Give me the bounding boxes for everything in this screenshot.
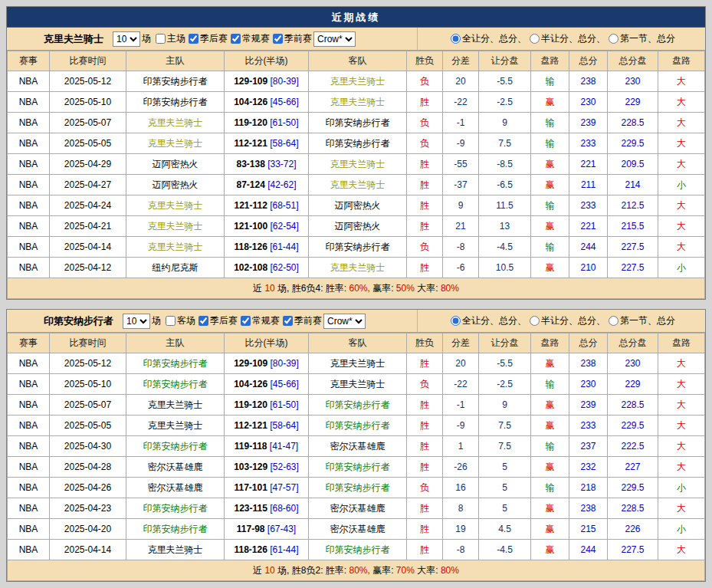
cell-point-diff: 21 bbox=[443, 216, 479, 237]
venue-checkbox[interactable] bbox=[166, 316, 176, 326]
odds-type-half-radio[interactable] bbox=[530, 316, 540, 326]
cell-over-under-result: 大 bbox=[658, 71, 705, 92]
cell-win-loss: 胜 bbox=[407, 457, 443, 478]
odds-type-full-label: 全让分、总分、 bbox=[462, 32, 527, 45]
cell-total-line: 209.5 bbox=[608, 154, 658, 175]
cell-over-under-result: 小 bbox=[658, 258, 705, 278]
venue-filter[interactable]: 客场 bbox=[162, 314, 195, 327]
playoffs-filter[interactable]: 季后赛 bbox=[195, 314, 238, 327]
playoffs-filter[interactable]: 季后赛 bbox=[185, 32, 228, 45]
preseason-filter[interactable]: 季前赛 bbox=[280, 314, 322, 327]
games-count-select[interactable]: 10 bbox=[113, 31, 140, 47]
col-header-handicap: 让分盘 bbox=[479, 333, 531, 353]
cell-home-team: 印第安纳步行者 bbox=[126, 71, 225, 92]
cell-home-team: 克里夫兰骑士 bbox=[126, 416, 225, 436]
regular-season-filter[interactable]: 常规赛 bbox=[238, 314, 280, 327]
table-row: NBA 2025-04-27 迈阿密热火 87-124 [42-62] 克里夫兰… bbox=[8, 175, 705, 195]
cell-point-diff: -22 bbox=[443, 374, 479, 395]
cell-home-team: 克里夫兰骑士 bbox=[126, 195, 225, 216]
cell-league: NBA bbox=[8, 457, 50, 478]
table-row: NBA 2025-05-07 克里夫兰骑士 119-120 [61-50] 印第… bbox=[8, 395, 705, 416]
cell-score: 129-109 [80-39] bbox=[225, 71, 309, 92]
cell-handicap-result: 赢 bbox=[531, 175, 569, 195]
preseason-checkbox[interactable] bbox=[273, 34, 283, 44]
odds-type-half-label: 半让分、总分、 bbox=[541, 314, 605, 327]
odds-type-full[interactable]: 全让分、总分、 bbox=[448, 32, 527, 45]
odds-type-half[interactable]: 半让分、总分、 bbox=[527, 32, 605, 45]
playoffs-checkbox[interactable] bbox=[189, 34, 199, 44]
odds-type-half[interactable]: 半让分、总分、 bbox=[527, 314, 605, 327]
cell-away-team: 印第安纳步行者 bbox=[309, 478, 407, 498]
cell-over-under-result: 大 bbox=[658, 216, 705, 237]
cell-total-line: 229.5 bbox=[608, 478, 658, 498]
summary-row: 近 10 场, 胜8负2: 胜率: 80%, 赢率: 70% 大率: 80% bbox=[8, 560, 705, 581]
cell-win-loss: 负 bbox=[407, 133, 443, 154]
cell-point-diff: 20 bbox=[443, 71, 479, 92]
cell-handicap-line: -2.5 bbox=[479, 374, 531, 395]
col-header-total-line: 总分盘 bbox=[608, 51, 658, 71]
playoffs-checkbox[interactable] bbox=[199, 316, 208, 326]
cell-handicap-result: 赢 bbox=[531, 92, 569, 113]
cell-league: NBA bbox=[8, 175, 50, 195]
full-time-score: 103-129 bbox=[234, 462, 267, 472]
cell-win-loss: 胜 bbox=[407, 519, 443, 540]
cell-score: 117-98 [67-43] bbox=[225, 519, 309, 540]
cell-over-under-result: 大 bbox=[658, 353, 705, 374]
cell-date: 2025-04-23 bbox=[50, 498, 126, 519]
table-row: NBA 2025-04-24 克里夫兰骑士 121-112 [68-51] 迈阿… bbox=[8, 195, 705, 216]
odds-type-q1[interactable]: 第一节、总分 bbox=[605, 314, 675, 327]
cell-win-loss: 胜 bbox=[407, 395, 443, 416]
preseason-checkbox[interactable] bbox=[283, 316, 293, 326]
regular-season-checkbox[interactable] bbox=[241, 316, 251, 326]
cell-point-diff: -9 bbox=[443, 133, 479, 154]
odds-type-q1-radio[interactable] bbox=[609, 316, 618, 326]
cell-score: 121-100 [62-54] bbox=[225, 216, 309, 237]
odds-type-full[interactable]: 全让分、总分、 bbox=[448, 314, 527, 327]
half-time-score: [47-57] bbox=[270, 482, 298, 493]
bookmaker-select[interactable]: Crow* bbox=[313, 31, 356, 47]
cell-league: NBA bbox=[8, 237, 50, 258]
venue-checkbox[interactable] bbox=[156, 34, 166, 44]
cell-handicap-result: 赢 bbox=[531, 154, 569, 175]
table-row: NBA 2025-04-14 克里夫兰骑士 118-126 [61-44] 印第… bbox=[8, 237, 705, 258]
odds-type-full-radio[interactable] bbox=[451, 316, 461, 326]
cell-score: 102-108 [62-50] bbox=[225, 258, 309, 278]
cell-handicap-result: 赢 bbox=[531, 395, 569, 416]
full-time-score: 129-109 bbox=[234, 76, 267, 87]
cell-score: 87-124 [42-62] bbox=[225, 175, 309, 195]
cell-total-points: 230 bbox=[569, 374, 608, 395]
bookmaker-select[interactable]: Crow* bbox=[323, 314, 366, 329]
col-header-total: 总分 bbox=[569, 51, 608, 71]
venue-filter[interactable]: 主场 bbox=[153, 32, 185, 45]
cell-away-team: 克里夫兰骑士 bbox=[309, 258, 407, 278]
table-row: NBA 2025-04-28 密尔沃基雄鹿 103-129 [52-63] 印第… bbox=[8, 457, 705, 478]
cell-league: NBA bbox=[8, 71, 50, 92]
header-row: 赛事 比赛时间 主队 比分(半场) 客队 胜负 分差 让分盘 盘路 总分 总分盘… bbox=[8, 51, 705, 71]
regular-season-filter[interactable]: 常规赛 bbox=[228, 32, 270, 45]
cell-total-line: 228.5 bbox=[608, 113, 658, 133]
half-time-score: [68-51] bbox=[270, 200, 298, 211]
odds-type-full-radio[interactable] bbox=[451, 34, 461, 44]
header-row: 赛事 比赛时间 主队 比分(半场) 客队 胜负 分差 让分盘 盘路 总分 总分盘… bbox=[8, 333, 705, 353]
preseason-filter[interactable]: 季前赛 bbox=[270, 32, 312, 45]
cell-handicap-result: 赢 bbox=[531, 216, 569, 237]
summary-segment: 场, 胜6负4: 胜率: bbox=[275, 283, 349, 294]
section-cavaliers: 近期战绩 克里夫兰骑士 10 场 主场 季后赛 常规赛 bbox=[6, 6, 706, 300]
table-row: NBA 2025-04-29 迈阿密热火 83-138 [33-72] 克里夫兰… bbox=[8, 154, 705, 175]
full-time-score: 118-126 bbox=[234, 241, 267, 252]
col-header-diff: 分差 bbox=[443, 333, 479, 353]
full-time-score: 129-109 bbox=[234, 358, 267, 369]
odds-type-q1[interactable]: 第一节、总分 bbox=[605, 32, 675, 45]
games-count-select[interactable]: 10 bbox=[123, 314, 150, 329]
col-header-handicap: 让分盘 bbox=[479, 51, 531, 71]
odds-type-half-radio[interactable] bbox=[530, 34, 540, 44]
cell-date: 2025-04-12 bbox=[50, 258, 126, 278]
cell-handicap-line: 9 bbox=[479, 395, 531, 416]
half-time-score: [52-63] bbox=[271, 462, 299, 472]
team-name: 印第安纳步行者 bbox=[44, 314, 113, 328]
cell-over-under-result: 大 bbox=[658, 540, 705, 560]
regular-season-checkbox[interactable] bbox=[231, 34, 241, 44]
cell-point-diff: -26 bbox=[443, 457, 479, 478]
odds-type-q1-radio[interactable] bbox=[609, 34, 618, 44]
cell-score: 118-126 [61-44] bbox=[225, 237, 309, 258]
